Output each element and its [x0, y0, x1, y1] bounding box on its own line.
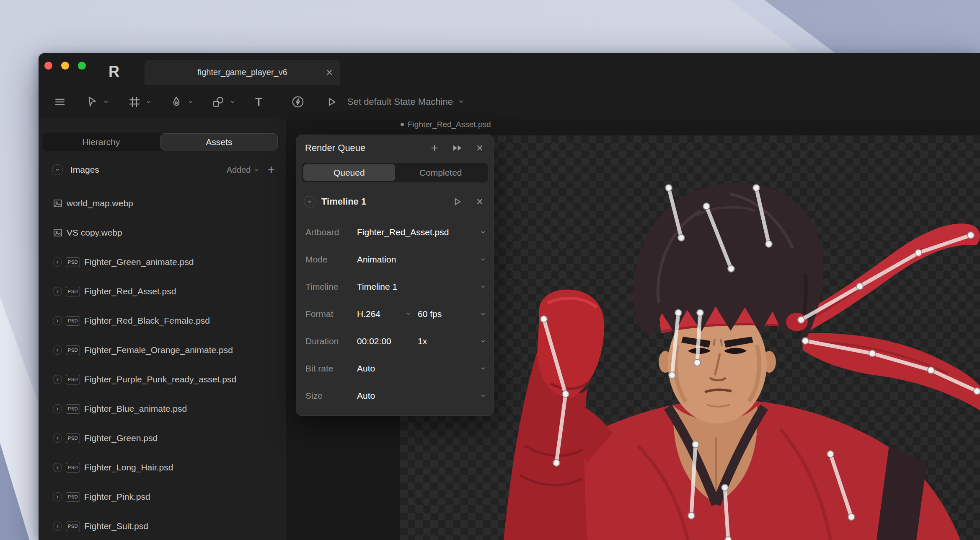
expand-chevron-icon[interactable] — [53, 522, 62, 531]
asset-row[interactable]: PSD Fighter_Suit.psd — [39, 511, 286, 540]
add-image-button[interactable]: + — [267, 164, 275, 176]
text-tool-icon[interactable]: T — [255, 95, 262, 108]
asset-row[interactable]: PSD VS copy.webp — [39, 218, 286, 247]
asset-row[interactable]: PSD world_map.webp — [39, 189, 286, 218]
asset-row[interactable]: PSD Fighter_Red_Asset.psd — [39, 277, 286, 306]
asset-name: Fighter_Purple_Punk_ready_asset.psd — [84, 374, 236, 384]
window-controls — [44, 62, 86, 70]
speed-select[interactable]: 1x — [418, 336, 427, 346]
field-row-mode: Mode Animation — [296, 246, 494, 273]
events-tool-icon[interactable] — [291, 95, 305, 109]
chevron-down-icon[interactable] — [480, 229, 486, 235]
expand-chevron-icon[interactable] — [53, 375, 62, 384]
app-window: R fighter_game_player_v6 × — [39, 53, 980, 540]
chevron-down-icon[interactable] — [480, 366, 486, 371]
fighter-character-art[interactable] — [462, 127, 980, 540]
chevron-down-icon[interactable] — [480, 284, 486, 290]
state-machine-label: Set default State Machine — [347, 96, 453, 107]
shapes-tool-chevron-icon[interactable] — [230, 99, 235, 105]
psd-badge: PSD — [66, 287, 80, 296]
psd-badge: PSD — [66, 522, 80, 531]
collapse-chevron-icon[interactable] — [304, 196, 315, 208]
expand-chevron-icon[interactable] — [53, 257, 62, 267]
render-all-icon[interactable] — [451, 143, 463, 153]
asset-row[interactable]: PSD Fighter_Pink.psd — [39, 482, 286, 511]
psd-badge: PSD — [66, 434, 80, 443]
main-area: Hierarchy Assets Images Added + — [39, 119, 980, 540]
add-render-button[interactable]: + — [428, 142, 441, 154]
tab-completed[interactable]: Completed — [395, 164, 487, 181]
asset-row[interactable]: PSD Fighter_Purple_Punk_ready_asset.psd — [39, 365, 286, 394]
asset-name: Fighter_Female_Orange_animate.psd — [84, 345, 233, 355]
asset-list: PSD world_map.webp PSD VS copy.webp PSD … — [39, 189, 286, 540]
tab-queued[interactable]: Queued — [303, 164, 395, 181]
mode-select[interactable]: Animation — [357, 254, 396, 265]
sidebar-tabs: Hierarchy Assets — [43, 132, 279, 151]
artboard-select[interactable]: Fighter_Red_Asset.psd — [357, 227, 449, 237]
bitrate-select[interactable]: Auto — [357, 363, 375, 374]
render-queue-title: Render Queue — [305, 143, 418, 153]
menu-icon[interactable] — [54, 96, 66, 108]
artboard-tool-icon[interactable] — [128, 96, 141, 108]
artboard-tool-chevron-icon[interactable] — [146, 99, 152, 105]
sidebar: Hierarchy Assets Images Added + — [39, 119, 286, 540]
asset-row[interactable]: PSD Fighter_Blue_animate.psd — [39, 394, 286, 423]
image-file-icon — [53, 198, 63, 208]
close-window-button[interactable] — [44, 62, 52, 70]
play-preview-icon[interactable] — [325, 96, 338, 108]
sort-dropdown[interactable]: Added — [227, 165, 259, 175]
file-tab-title: fighter_game_player_v6 — [197, 68, 287, 77]
select-tool-chevron-icon[interactable] — [103, 99, 109, 105]
zoom-window-button[interactable] — [78, 62, 86, 70]
render-queue-tabs: Queued Completed — [302, 163, 488, 182]
asset-name: Fighter_Long_Hair.psd — [84, 462, 173, 472]
render-item-title: Timeline 1 — [321, 196, 441, 207]
close-tab-icon[interactable]: × — [326, 67, 333, 78]
expand-chevron-icon[interactable] — [53, 404, 62, 413]
state-machine-dropdown[interactable]: Set default State Machine — [347, 96, 464, 107]
expand-chevron-icon[interactable] — [53, 434, 62, 443]
close-panel-icon[interactable]: × — [473, 143, 486, 154]
fps-select[interactable]: 60 fps — [418, 309, 442, 319]
asset-name: Fighter_Pink.psd — [84, 492, 150, 502]
artboard-dot-icon — [401, 123, 404, 126]
expand-chevron-icon[interactable] — [53, 287, 62, 296]
render-item-close-icon[interactable]: × — [473, 196, 486, 208]
collapse-chevron-icon[interactable] — [52, 164, 63, 175]
render-queue-panel: Render Queue + × Queued Completed Timeli… — [296, 135, 494, 416]
shapes-tool-icon[interactable] — [212, 96, 225, 108]
format-select[interactable]: H.264 — [357, 309, 418, 319]
asset-row[interactable]: PSD Fighter_Red_Black_Female.psd — [39, 306, 286, 335]
field-row-artboard: Artboard Fighter_Red_Asset.psd — [296, 218, 494, 246]
expand-chevron-icon[interactable] — [53, 463, 62, 472]
timeline-select[interactable]: Timeline 1 — [357, 282, 397, 292]
asset-row[interactable]: PSD Fighter_Green.psd — [39, 423, 286, 453]
rive-logo[interactable]: R — [106, 62, 122, 81]
pen-tool-icon[interactable] — [170, 96, 183, 108]
psd-badge: PSD — [66, 316, 80, 326]
render-item-header: Timeline 1 × — [296, 190, 494, 213]
file-tab[interactable]: fighter_game_player_v6 × — [145, 60, 340, 85]
asset-name: Fighter_Red_Asset.psd — [84, 286, 176, 296]
tab-hierarchy[interactable]: Hierarchy — [43, 132, 160, 151]
expand-chevron-icon[interactable] — [53, 316, 62, 325]
chevron-down-icon[interactable] — [480, 393, 486, 399]
psd-badge: PSD — [66, 463, 80, 472]
expand-chevron-icon[interactable] — [53, 492, 62, 501]
asset-row[interactable]: PSD Fighter_Green_animate.psd — [39, 247, 286, 277]
tab-assets[interactable]: Assets — [160, 133, 278, 151]
chevron-down-icon[interactable] — [480, 311, 486, 317]
pen-tool-chevron-icon[interactable] — [188, 99, 194, 105]
chevron-down-icon[interactable] — [480, 338, 486, 344]
minimize-window-button[interactable] — [61, 62, 69, 70]
select-tool-icon[interactable] — [85, 96, 98, 108]
asset-row[interactable]: PSD Fighter_Female_Orange_animate.psd — [39, 335, 286, 365]
toolbar: T Set default State Machine — [39, 85, 980, 119]
titlebar: R fighter_game_player_v6 × — [39, 53, 980, 85]
duration-input[interactable]: 00:02:00 — [357, 336, 418, 346]
asset-row[interactable]: PSD Fighter_Long_Hair.psd — [39, 453, 286, 482]
chevron-down-icon[interactable] — [480, 257, 486, 262]
expand-chevron-icon[interactable] — [53, 345, 62, 355]
render-item-play-icon[interactable] — [451, 196, 463, 207]
size-select[interactable]: Auto — [357, 391, 375, 401]
